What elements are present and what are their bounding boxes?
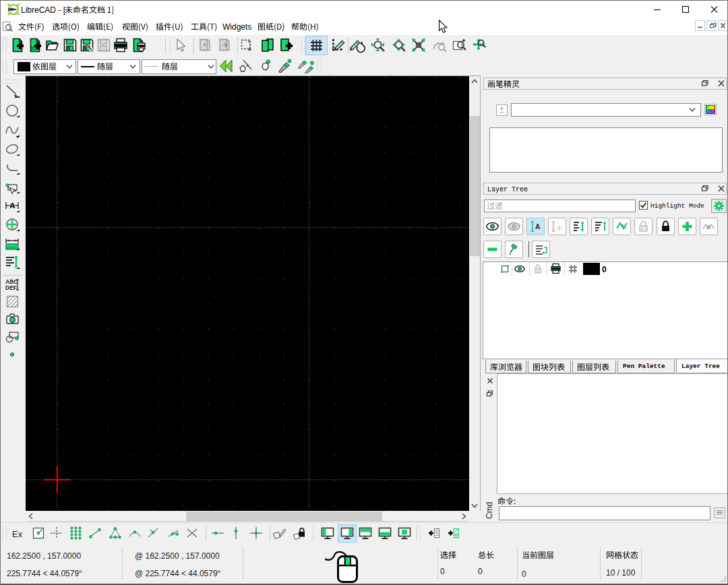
svg-text:A: A	[706, 224, 711, 230]
svg-text:A: A	[535, 223, 540, 230]
svg-text:DEF: DEF	[5, 284, 17, 291]
svg-text:A: A	[10, 202, 16, 210]
